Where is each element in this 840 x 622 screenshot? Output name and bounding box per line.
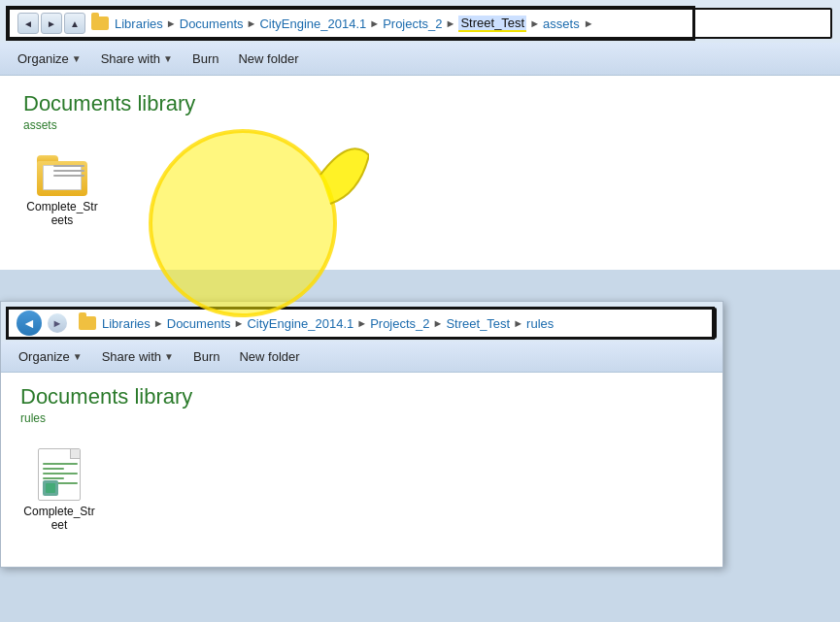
sep5-bottom: ► bbox=[513, 317, 523, 329]
share-dropdown-icon-top: ▼ bbox=[163, 53, 173, 64]
toolbar-top: Organize ▼ Share with ▼ Burn New folder bbox=[0, 43, 840, 76]
toolbar-bottom: Organize ▼ Share with ▼ Burn New folder bbox=[1, 342, 722, 373]
nav-buttons-top: ◄ ► ▲ bbox=[17, 13, 85, 34]
sep1-bottom: ► bbox=[153, 317, 164, 329]
breadcrumb-libraries-bottom[interactable]: Libraries bbox=[102, 316, 151, 331]
share-with-button-top[interactable]: Share with ▼ bbox=[91, 47, 183, 72]
doc-line-2 bbox=[43, 468, 64, 470]
folder-icon-complete-streets bbox=[37, 155, 87, 196]
sep3-top: ► bbox=[369, 17, 380, 29]
breadcrumb-streettest-bottom[interactable]: Street_Test bbox=[446, 316, 510, 331]
breadcrumb-rules-bottom[interactable]: rules bbox=[526, 316, 554, 331]
share-with-button-bottom[interactable]: Share with ▼ bbox=[92, 344, 184, 370]
breadcrumb-cityengine-top[interactable]: CityEngine_2014.1 bbox=[259, 16, 366, 31]
breadcrumb-streettest-top[interactable]: Street_Test bbox=[458, 16, 526, 32]
folder-item-complete-streets[interactable]: Complete_Streets bbox=[23, 155, 101, 227]
breadcrumb-documents-top[interactable]: Documents bbox=[180, 16, 244, 31]
organize-button-bottom[interactable]: Organize ▼ bbox=[9, 344, 92, 370]
folder-line-1 bbox=[53, 165, 84, 167]
sep1-top: ► bbox=[166, 17, 177, 29]
folder-paper bbox=[43, 165, 82, 190]
breadcrumb-libraries-top[interactable]: Libraries bbox=[115, 16, 163, 31]
folder-body bbox=[37, 161, 87, 196]
folder-icon-top bbox=[91, 16, 109, 30]
sep4-bottom: ► bbox=[433, 317, 444, 329]
breadcrumb-cityengine-bottom[interactable]: CityEngine_2014.1 bbox=[247, 316, 353, 331]
breadcrumb-assets-top[interactable]: assets bbox=[543, 16, 580, 31]
new-folder-button-bottom[interactable]: New folder bbox=[229, 344, 309, 370]
doc-line-3 bbox=[43, 473, 78, 475]
breadcrumb-bottom: Libraries ► Documents ► CityEngine_2014.… bbox=[102, 316, 707, 331]
back-button-top[interactable]: ◄ bbox=[17, 13, 39, 34]
doc-body bbox=[38, 448, 81, 501]
organize-button-top[interactable]: Organize ▼ bbox=[8, 47, 91, 72]
library-subtitle-top: assets bbox=[23, 118, 817, 132]
content-area-bottom: Documents library rules bbox=[1, 373, 722, 567]
library-title-bottom: Documents library bbox=[20, 384, 703, 409]
forward-button-bottom[interactable]: ► bbox=[48, 313, 67, 333]
burn-button-top[interactable]: Burn bbox=[183, 47, 228, 72]
folder-line-2 bbox=[53, 170, 84, 172]
sep2-bottom: ► bbox=[234, 317, 245, 329]
folder-line-3 bbox=[53, 175, 84, 177]
breadcrumb-top: Libraries ► Documents ► CityEngine_2014.… bbox=[115, 16, 823, 32]
window-top: ◄ ► ▲ Libraries ► Documents ► CityEngine… bbox=[0, 0, 840, 270]
burn-button-bottom[interactable]: Burn bbox=[184, 344, 229, 370]
file-item-complete-street[interactable]: Complete_Street bbox=[20, 448, 98, 532]
items-container-top: Complete_Streets bbox=[23, 147, 817, 235]
up-button-top[interactable]: ▲ bbox=[64, 13, 85, 34]
doc-line-4 bbox=[43, 477, 64, 479]
content-area-top: Documents library assets bbox=[0, 76, 840, 270]
items-container-bottom: Complete_Street bbox=[20, 441, 703, 540]
folder-icon-bottom bbox=[79, 316, 96, 330]
sep4-top: ► bbox=[446, 17, 456, 29]
sep3-bottom: ► bbox=[356, 317, 367, 329]
back-button-bottom[interactable]: ◄ bbox=[17, 311, 42, 336]
new-folder-button-top[interactable]: New folder bbox=[228, 47, 308, 72]
forward-button-top[interactable]: ► bbox=[41, 13, 62, 34]
organize-dropdown-icon-bottom: ▼ bbox=[73, 351, 83, 362]
library-subtitle-bottom: rules bbox=[20, 411, 703, 425]
breadcrumb-documents-bottom[interactable]: Documents bbox=[167, 316, 231, 331]
nav-buttons-bottom: ◄ ► bbox=[17, 311, 73, 336]
breadcrumb-projects-top[interactable]: Projects_2 bbox=[383, 16, 442, 31]
folder-lines bbox=[53, 165, 84, 180]
breadcrumb-end-arrow-top: ► bbox=[584, 17, 594, 29]
breadcrumb-projects-bottom[interactable]: Projects_2 bbox=[370, 316, 429, 331]
folder-label-complete-streets: Complete_Streets bbox=[23, 200, 101, 227]
doc-icon-complete-street bbox=[38, 448, 81, 501]
organize-dropdown-icon-top: ▼ bbox=[72, 53, 82, 64]
doc-fold bbox=[70, 449, 80, 459]
sep2-top: ► bbox=[247, 17, 257, 29]
file-label-complete-street: Complete_Street bbox=[20, 505, 98, 532]
address-bar-top: ◄ ► ▲ Libraries ► Documents ► CityEngine… bbox=[8, 8, 832, 39]
window-bottom: ◄ ► Libraries ► Documents ► CityEngine_2… bbox=[0, 301, 723, 568]
sep5-top: ► bbox=[529, 17, 540, 29]
doc-line-1 bbox=[43, 463, 78, 465]
address-bar-bottom: ◄ ► Libraries ► Documents ► CityEngine_2… bbox=[7, 308, 717, 339]
library-title-top: Documents library bbox=[23, 91, 817, 116]
share-dropdown-icon-bottom: ▼ bbox=[164, 351, 174, 362]
